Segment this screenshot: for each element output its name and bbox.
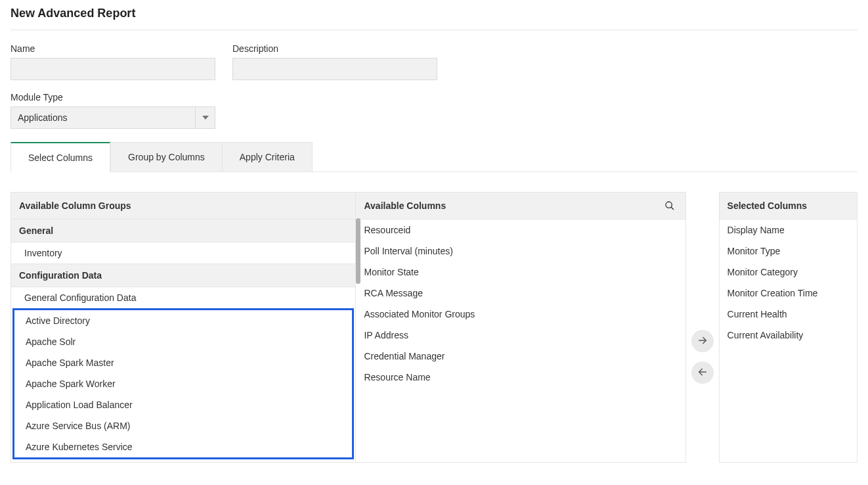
available-column-item[interactable]: IP Address [356,325,685,346]
available-column-item[interactable]: Credential Manager [356,346,685,367]
available-column-groups-title: Available Column Groups [19,200,131,211]
svg-line-1 [671,207,674,210]
module-type-select[interactable]: Applications [11,106,215,129]
tab-apply-criteria[interactable]: Apply Criteria [223,142,313,172]
arrow-left-icon [697,367,708,379]
name-input[interactable] [11,58,215,80]
available-column-item[interactable]: Resource Name [356,367,685,388]
move-left-button[interactable] [691,361,714,384]
available-columns-header: Available Columns [356,193,685,219]
chevron-down-icon [195,107,215,128]
page-title: New Advanced Report [11,4,857,30]
available-columns-panel: Available Columns Resourceid Poll Interv… [355,192,686,463]
group-item[interactable]: Apache Spark Worker [14,373,352,394]
group-item[interactable]: Apache Solr [14,331,352,352]
module-type-value: Applications [11,107,195,128]
selected-columns-header: Selected Columns [720,193,857,219]
available-column-item[interactable]: Poll Interval (minutes) [356,241,685,262]
transfer-arrows [686,192,718,384]
tab-group-by-columns[interactable]: Group by Columns [110,142,223,172]
available-column-item[interactable]: Associated Monitor Groups [356,304,685,325]
selected-column-item[interactable]: Monitor Type [720,241,857,262]
selected-columns-title: Selected Columns [727,200,807,211]
selected-column-item[interactable]: Monitor Category [720,262,857,283]
selected-columns-panel: Selected Columns Display Name Monitor Ty… [719,192,857,463]
description-input[interactable] [232,58,437,80]
group-item-inventory[interactable]: Inventory [11,242,355,264]
group-item-general-config[interactable]: General Configuration Data [11,287,355,308]
name-label: Name [11,43,215,54]
group-item[interactable]: Azure Kubernetes Service [14,436,352,457]
module-type-label: Module Type [11,92,857,103]
tab-bar: Select Columns Group by Columns Apply Cr… [11,142,857,172]
available-column-item[interactable]: Resourceid [356,219,685,241]
group-section-general[interactable]: General [11,219,355,242]
group-section-config[interactable]: Configuration Data [11,264,355,287]
highlighted-group-box: Active Directory Apache Solr Apache Spar… [12,308,354,459]
description-label: Description [232,43,437,54]
group-item[interactable]: Azure Service Bus (ARM) [14,415,352,436]
available-column-item[interactable]: Monitor State [356,262,685,283]
selected-column-item[interactable]: Current Health [720,304,857,325]
search-icon[interactable] [662,200,678,211]
available-column-item[interactable]: RCA Message [356,283,685,304]
group-item[interactable]: Apache Spark Master [14,352,352,373]
svg-point-0 [666,202,672,208]
selected-column-item[interactable]: Monitor Creation Time [720,283,857,304]
group-item[interactable]: Application Load Balancer [14,394,352,415]
selected-column-item[interactable]: Current Availability [720,325,857,346]
available-column-groups-panel: Available Column Groups General Inventor… [11,192,355,463]
group-item[interactable]: Active Directory [14,310,352,331]
available-column-groups-header: Available Column Groups [11,193,355,219]
tab-select-columns[interactable]: Select Columns [11,142,110,172]
scrollbar-thumb[interactable] [356,218,360,284]
title-divider [11,30,857,30]
available-columns-title: Available Columns [364,200,446,211]
move-right-button[interactable] [691,330,714,352]
selected-column-item[interactable]: Display Name [720,219,857,241]
arrow-right-icon [697,335,708,348]
